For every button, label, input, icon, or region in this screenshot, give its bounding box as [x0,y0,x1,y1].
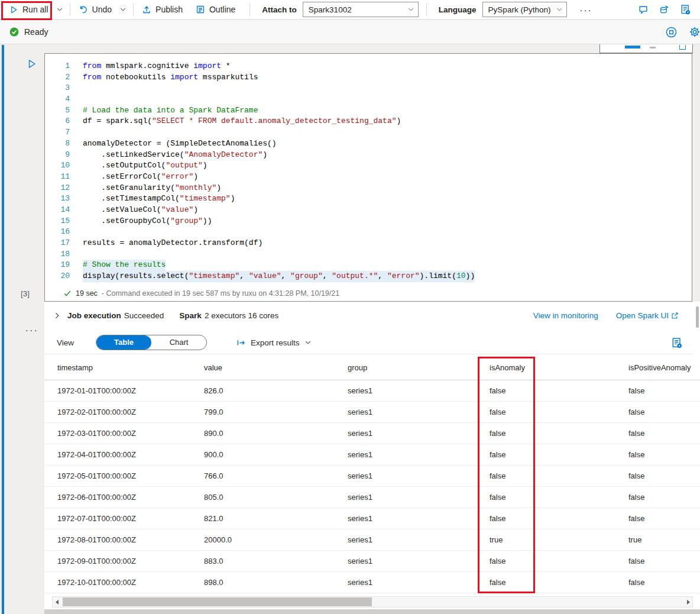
list-settings-icon [671,337,682,348]
expand-chevron-right-icon[interactable] [52,311,62,321]
run-cell-button[interactable] [27,59,37,69]
run-options-chevron[interactable] [53,0,66,19]
execution-time: 19 sec [76,289,98,298]
open-spark-ui-link[interactable]: Open Spark UI [616,311,679,320]
export-icon [236,338,246,347]
spark-label: Spark [179,311,202,320]
scroll-right-arrow[interactable] [684,597,692,607]
outline-button[interactable]: Outline [191,0,240,19]
spark-info: 2 executors 16 cores [205,311,278,320]
table-cell: 1972-03-01T00:00:00Z [44,429,191,438]
view-label: View [57,338,74,347]
toolbar-divider [133,4,134,15]
code-editor[interactable]: 1from mmlspark.cognitive import *2from n… [45,54,692,282]
configure-session-button[interactable] [688,25,700,39]
table-cell: series1 [335,386,477,395]
table-cell: false [477,493,615,502]
code-line: 20display(results.select("timestamp", "v… [45,271,692,282]
column-header-value: value [191,363,335,372]
table-cell: false [615,557,700,565]
table-cell: 1972-10-01T00:00:00Z [44,578,191,587]
table-cell: 821.0 [191,514,335,523]
table-row: 1972-10-01T00:00:00Z898.0series1falsefal… [44,572,700,593]
undo-label: Undo [92,5,112,14]
toolbar-divider [426,4,427,15]
toolbar-divider [70,4,70,15]
cell-execution-status: 19 sec - Command executed in 19 sec 587 … [63,288,339,299]
column-header-timestamp: timestamp [44,363,191,372]
job-status: Succeeded [124,311,164,320]
session-status-text: Ready [24,27,48,37]
table-cell: false [615,450,700,459]
outline-icon [196,5,205,14]
list-settings-icon [680,4,691,15]
comment-icon [638,5,649,15]
more-commands-button[interactable]: ··· [575,0,597,19]
results-table: timestampvaluegroupisAnomalyisPositiveAn… [44,355,700,594]
column-header-isAnomaly: isAnomaly [477,363,615,372]
attach-to-label: Attach to [262,5,297,14]
play-icon [27,59,37,69]
code-line: 3 [45,83,692,94]
export-results-button[interactable]: Export results [236,338,312,347]
undo-button[interactable]: Undo [74,0,116,19]
table-cell: false [615,578,700,587]
table-cell: 1972-01-01T00:00:00Z [44,386,191,395]
attach-to-dropdown[interactable]: Spark31002 [303,2,419,17]
horizontal-scrollbar[interactable] [52,596,693,607]
table-cell: true [615,535,700,544]
scrollbar-thumb[interactable] [63,597,372,606]
check-icon [63,289,72,298]
code-line: 2from notebookutils import mssparkutils [45,72,692,83]
active-cell-accent [2,45,4,614]
table-view-tab[interactable]: Table [96,335,151,350]
table-cell: 766.0 [191,471,335,480]
table-cell: false [477,578,615,587]
run-all-button[interactable]: Run all [5,0,53,19]
results-settings-button[interactable] [670,336,683,350]
outline-label: Outline [209,5,235,14]
stop-circle-icon [666,27,677,38]
table-cell: 900.0 [191,450,335,459]
vertical-scrollbar-thumb[interactable] [696,306,699,328]
cell-hover-toolbar-partial [599,44,693,53]
table-cell: false [477,557,615,565]
table-cell: false [615,493,700,502]
code-line: 5# Load the data into a Spark DataFrame [45,105,692,117]
undo-options-chevron[interactable] [116,0,129,19]
code-line: 16 [45,227,692,238]
publish-label: Publish [155,5,183,14]
publish-button[interactable]: Publish [137,0,187,19]
view-in-monitoring-link[interactable]: View in monitoring [533,311,598,320]
notebook-toolbar: Run all Undo Publish [0,0,700,20]
table-cell: 890.0 [191,429,335,438]
table-row: 1972-05-01T00:00:00Z766.0series1falsefal… [44,466,700,487]
chart-view-tab[interactable]: Chart [151,335,206,350]
column-header-isPositiveAnomaly: isPositiveAnomaly [615,363,700,372]
chevron-down-icon [56,6,63,13]
chevron-down-icon [556,6,563,13]
chevron-down-icon [119,6,127,13]
comments-button[interactable] [637,4,650,16]
divider [44,354,693,354]
table-cell: series1 [335,535,477,544]
spark-database-button[interactable] [657,3,671,16]
scroll-left-arrow[interactable] [53,597,61,607]
table-cell: 1972-07-01T00:00:00Z [44,514,191,523]
code-line: 7 [45,127,692,138]
database-arrow-icon [659,4,670,15]
table-cell: false [615,429,700,438]
table-cell: false [615,471,700,480]
cell-more-actions[interactable]: ... [25,323,38,334]
toolbar-divider [249,4,250,15]
table-row: 1972-09-01T00:00:00Z883.0series1falsefal… [44,551,700,572]
table-cell: false [615,514,700,523]
notebook-properties-button[interactable] [679,3,692,16]
table-cell: false [477,471,615,480]
table-header-row: timestampvaluegroupisAnomalyisPositiveAn… [44,355,700,380]
stop-session-button[interactable] [665,25,678,39]
code-line: 18 [45,249,692,260]
table-cell: 883.0 [191,557,335,565]
language-dropdown[interactable]: PySpark (Python) [482,2,567,17]
table-cell: series1 [335,493,477,502]
